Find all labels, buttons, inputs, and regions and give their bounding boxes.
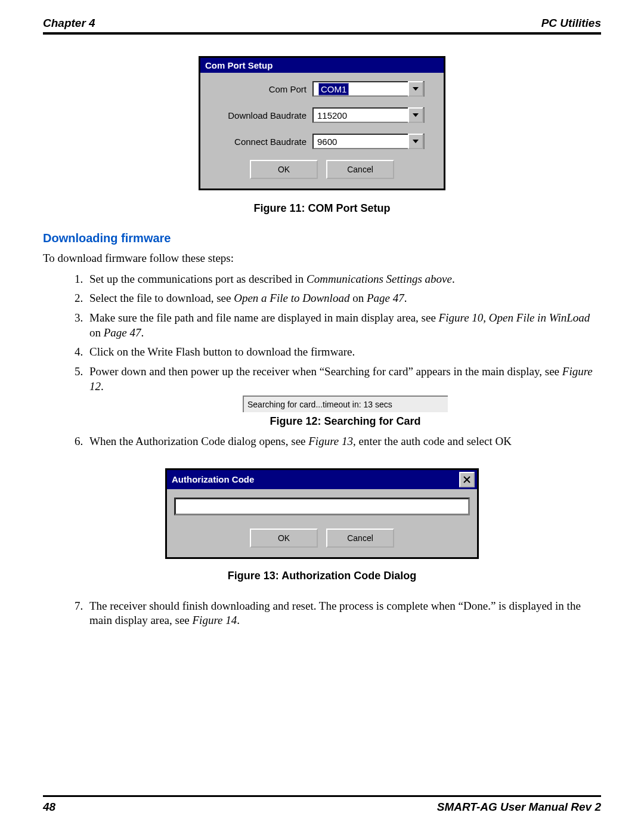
page-number: 48 xyxy=(43,801,55,814)
download-baudrate-label: Download Baudrate xyxy=(211,110,312,121)
close-icon[interactable] xyxy=(459,472,475,487)
step-5: Power down and then power up the receive… xyxy=(86,364,601,428)
page-header: Chapter 4 PC Utilities xyxy=(43,17,601,30)
dialog-body: OK Cancel xyxy=(167,489,477,557)
step-4: Click on the Write Flash button to downl… xyxy=(86,345,601,360)
step-7: The receiver should finish downloading a… xyxy=(86,599,601,628)
step-2: Select the file to download, see Open a … xyxy=(86,291,601,306)
dialog-titlebar: Authorization Code xyxy=(167,470,477,489)
button-row: OK Cancel xyxy=(211,160,433,179)
page-footer: 48 SMART-AG User Manual Rev 2 xyxy=(43,795,601,814)
figure-11-caption: Figure 11: COM Port Setup xyxy=(43,202,601,215)
connect-baudrate-label: Connect Baudrate xyxy=(211,137,312,147)
intro-text: To download firmware follow these steps: xyxy=(43,251,601,266)
figure-12-caption: Figure 12: Searching for Card xyxy=(89,415,601,428)
button-row: OK Cancel xyxy=(174,529,470,548)
chevron-down-icon[interactable] xyxy=(408,81,423,97)
connect-baudrate-combo[interactable]: 9600 xyxy=(312,134,425,149)
footer-row: 48 SMART-AG User Manual Rev 2 xyxy=(43,801,601,814)
cancel-button[interactable]: Cancel xyxy=(326,529,394,548)
auth-code-input[interactable] xyxy=(174,498,470,515)
step-6: When the Authorization Code dialog opens… xyxy=(86,434,601,449)
dialog-body: Com Port COM1 Download Baudrate 115200 xyxy=(200,73,444,189)
com-port-combo[interactable]: COM1 xyxy=(312,81,425,97)
searching-for-card-statusbar: Searching for card...timeout in: 13 secs xyxy=(243,396,448,412)
combo-selected-text: COM1 xyxy=(318,83,349,95)
header-rule xyxy=(43,32,601,35)
searching-text: Searching for card...timeout in: 13 secs xyxy=(247,400,392,409)
header-right: PC Utilities xyxy=(541,17,601,30)
chevron-down-icon[interactable] xyxy=(408,134,423,149)
com-port-label: Com Port xyxy=(211,84,312,94)
svg-marker-1 xyxy=(413,113,419,117)
connect-baudrate-row: Connect Baudrate 9600 xyxy=(211,134,433,149)
figure-13-caption: Figure 13: Authorization Code Dialog xyxy=(43,570,601,582)
page: Chapter 4 PC Utilities Com Port Setup Co… xyxy=(0,0,644,828)
step-1: Set up the communications port as descri… xyxy=(86,272,601,287)
step-3: Make sure the file path and file name ar… xyxy=(86,311,601,340)
download-baudrate-row: Download Baudrate 115200 xyxy=(211,107,433,123)
manual-title: SMART-AG User Manual Rev 2 xyxy=(437,801,601,814)
footer-rule xyxy=(43,795,601,797)
dialog-title: Authorization Code xyxy=(172,474,254,484)
steps-list: Set up the communications port as descri… xyxy=(43,272,601,454)
combo-value: COM1 xyxy=(314,82,408,97)
ok-button[interactable]: OK xyxy=(250,529,318,548)
steps-list-cont: The receiver should finish downloading a… xyxy=(43,599,601,633)
com-port-setup-dialog: Com Port Setup Com Port COM1 Download Ba… xyxy=(199,56,445,190)
header-left: Chapter 4 xyxy=(43,17,95,30)
com-port-row: Com Port COM1 xyxy=(211,81,433,97)
svg-marker-0 xyxy=(413,87,419,91)
cancel-button[interactable]: Cancel xyxy=(326,160,394,179)
authorization-code-dialog: Authorization Code OK Cancel xyxy=(165,468,479,559)
downloading-firmware-heading: Downloading firmware xyxy=(43,231,601,245)
ok-button[interactable]: OK xyxy=(250,160,318,179)
download-baudrate-combo[interactable]: 115200 xyxy=(312,107,425,123)
combo-value: 9600 xyxy=(314,135,408,148)
combo-value: 115200 xyxy=(314,109,408,122)
chevron-down-icon[interactable] xyxy=(408,107,423,123)
svg-marker-2 xyxy=(413,140,419,143)
dialog-title: Com Port Setup xyxy=(200,58,444,73)
